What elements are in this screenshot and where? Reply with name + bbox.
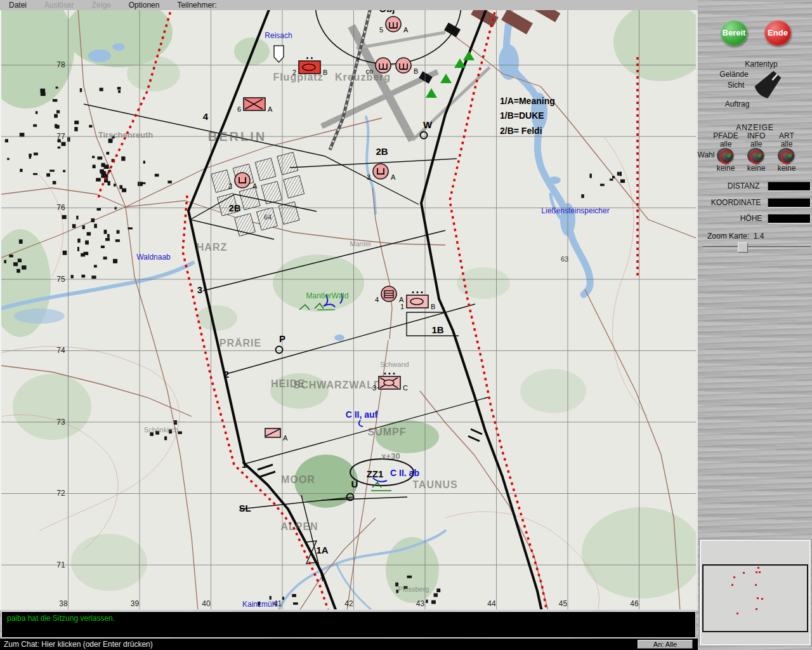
zoom-slider-track[interactable]: [703, 246, 811, 248]
menu-optionen[interactable]: Optionen: [120, 1, 169, 10]
green-triangle-marker[interactable]: [426, 88, 437, 98]
unit-symbol[interactable]: 3C: [378, 376, 401, 390]
unit-size-dots: [412, 291, 423, 295]
minimap-unit-dot: [743, 572, 745, 574]
green-triangle-marker[interactable]: [463, 51, 475, 60]
info-label: INFO: [747, 131, 766, 140]
unit-label-left: 1: [400, 303, 406, 310]
unit-symbol[interactable]: 2B: [298, 60, 321, 74]
grid-label-x-45: 45: [559, 599, 567, 608]
grid-label-y-72: 72: [56, 489, 65, 498]
unit-label-right: A: [281, 434, 287, 442]
unit-symbol[interactable]: 5A: [385, 16, 402, 32]
pfade-knob[interactable]: [717, 148, 733, 163]
grid-label-x-38: 38: [59, 599, 67, 608]
unit-size-dots: [306, 57, 313, 60]
grid-label-y-71: 71: [56, 560, 65, 569]
grid-label-x-40: 40: [202, 599, 210, 608]
unit-label-right: A: [251, 182, 257, 190]
info-keine-label: keine: [747, 164, 766, 173]
unit-label-left: co: [365, 67, 375, 75]
unit-label-left: 2: [292, 69, 298, 76]
unit-label-left: 3: [372, 384, 378, 392]
menu-zeige: Zeige: [83, 1, 120, 10]
minimap-unit-dot: [759, 571, 761, 573]
pfade-label: PFADE: [713, 131, 738, 140]
unit-label-left: 6: [237, 105, 243, 113]
kartentyp-option-sicht[interactable]: Sicht: [728, 81, 745, 90]
unit-symbol[interactable]: A: [265, 428, 281, 438]
koordinate-label: KOORDINATE: [711, 198, 761, 207]
chat-prompt: Zum Chat: Hier klicken (oder Enter drück…: [4, 640, 153, 649]
unit-label-right: C: [401, 384, 408, 392]
unit-label-right: A: [389, 173, 395, 181]
unit-symbol[interactable]: co: [375, 57, 391, 74]
pfade-alle-label: alle: [720, 140, 732, 149]
menu-bar: Datei Auslöser Zeige Optionen Teilnehmer…: [0, 0, 698, 10]
minimap-unit-dot: [756, 571, 757, 573]
menu-teilnehmer[interactable]: Teilnehmer:: [168, 1, 225, 10]
green-triangle-marker[interactable]: [440, 74, 452, 83]
info-alle-label: alle: [750, 140, 763, 149]
art-alle-label: alle: [781, 140, 793, 149]
art-label: ART: [779, 131, 794, 140]
kartentyp-option-auftrag[interactable]: Auftrag: [725, 100, 750, 109]
unit-symbol[interactable]: 3A: [372, 163, 389, 180]
minimap-unit-dot: [755, 584, 757, 586]
menu-datei[interactable]: Datei: [0, 1, 36, 10]
control-panel: Bereit Ende Kartentyp Gelände Sicht Auft…: [698, 0, 812, 650]
end-button[interactable]: Ende: [764, 20, 791, 46]
chat-input-bar[interactable]: Zum Chat: Hier klicken (oder Enter drück…: [0, 639, 698, 650]
info-knob[interactable]: [747, 148, 764, 163]
unit-size-dots: [384, 373, 395, 376]
grid-label-y-78: 78: [56, 60, 65, 69]
overview-minimap[interactable]: [700, 540, 811, 646]
grid-label-x-46: 46: [630, 599, 638, 608]
zoom-slider-thumb[interactable]: [738, 242, 748, 253]
kartentyp-option-gelaende[interactable]: Gelände: [719, 70, 748, 79]
minimap-unit-dot: [731, 584, 733, 586]
minimap-unit-dot: [761, 598, 763, 600]
grid-label-x-39: 39: [131, 599, 139, 608]
minimap-unit-dot: [737, 613, 738, 614]
unit-symbol[interactable]: B: [395, 57, 412, 74]
grid-label-x-41: 41: [273, 599, 282, 608]
unit-label-left: 3: [367, 173, 372, 181]
unit-label-right: B: [321, 69, 327, 76]
unit-label-left: 2: [228, 182, 234, 190]
zoom-karte-label: Zoom Karte:: [707, 232, 749, 241]
grid-label-y-73: 73: [56, 418, 65, 427]
minimap-unit-dot: [757, 567, 759, 569]
map-base-layer: [1, 10, 698, 611]
hoehe-value-field: [768, 214, 811, 223]
objective-ring: [275, 346, 284, 354]
zoom-value: 1.4: [754, 232, 764, 241]
grid-label-x-42: 42: [344, 599, 353, 608]
grid-label-y-74: 74: [56, 346, 65, 355]
art-keine-label: keine: [778, 164, 796, 173]
unit-label-right: A: [266, 105, 272, 113]
unit-symbol[interactable]: 1B: [406, 295, 429, 308]
chat-recipient-button[interactable]: An: Alle: [638, 640, 693, 649]
unit-label-right: B: [429, 303, 435, 310]
pfade-keine-label: keine: [717, 164, 735, 173]
kartentyp-selector-knob[interactable]: [750, 65, 788, 103]
distanz-label: DISTANZ: [728, 182, 759, 190]
unit-label-right: B: [412, 67, 418, 75]
tactical-map[interactable]: ObjReisachFlugplatzKreuzberg1/A=Meaning1…: [0, 10, 698, 611]
ready-button[interactable]: Bereit: [721, 20, 747, 46]
application-window: { "menu": { "items": [ {"label": "Datei"…: [0, 0, 812, 650]
chat-message-area[interactable]: paiba hat die Sitzung verlassen.: [1, 611, 696, 638]
unit-label-left: 4: [375, 296, 381, 303]
unit-symbol[interactable]: 6A: [243, 97, 266, 111]
art-knob[interactable]: [778, 148, 794, 163]
anzeige-label: ANZEIGE: [736, 123, 774, 132]
unit-label-right: A: [402, 26, 408, 34]
objective-ring: [346, 493, 355, 501]
minimap-viewport-frame: [702, 564, 808, 632]
koordinate-value-field: [768, 198, 811, 208]
objective-ring: [420, 131, 428, 140]
unit-symbol[interactable]: 4A: [381, 286, 397, 302]
minimap-unit-dot: [756, 608, 757, 610]
unit-symbol[interactable]: 2A: [234, 172, 251, 189]
